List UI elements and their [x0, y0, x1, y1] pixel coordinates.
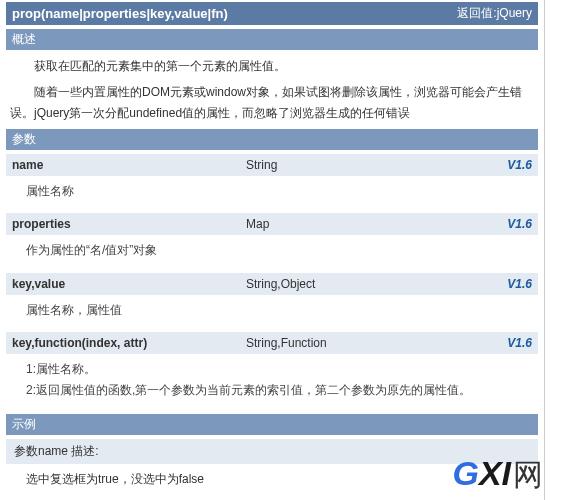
overview-body: 获取在匹配的元素集中的第一个元素的属性值。 随着一些内置属性的DOM元素或win… [6, 56, 538, 123]
params-container: nameStringV1.6属性名称propertiesMapV1.6作为属性的… [6, 154, 538, 410]
param-desc: 属性名称，属性值 [6, 295, 538, 330]
param-row: key,valueString,ObjectV1.6 [6, 273, 538, 295]
param-version: V1.6 [507, 217, 532, 231]
param-name: properties [12, 217, 246, 231]
method-signature: prop(name|properties|key,value|fn) [12, 6, 228, 21]
param-type: String [246, 158, 507, 172]
code-label: jQuery 代码: [6, 495, 538, 500]
param-version: V1.6 [507, 158, 532, 172]
param-desc: 作为属性的“名/值对”对象 [6, 235, 538, 270]
param-type: Map [246, 217, 507, 231]
param-name: name [12, 158, 246, 172]
param-row: key,function(index, attr)String,Function… [6, 332, 538, 354]
return-value: 返回值:jQuery [457, 5, 532, 22]
param-desc: 属性名称 [6, 176, 538, 211]
param-desc-line: 属性名称，属性值 [26, 301, 532, 320]
param-desc: 1:属性名称。2:返回属性值的函数,第一个参数为当前元素的索引值，第二个参数为原… [6, 354, 538, 410]
param-type: String,Object [246, 277, 507, 291]
overview-line: 随着一些内置属性的DOM元素或window对象，如果试图将删除该属性，浏览器可能… [10, 82, 534, 123]
param-name: key,value [12, 277, 246, 291]
param-name: key,function(index, attr) [12, 336, 246, 350]
param-desc-line: 2:返回属性值的函数,第一个参数为当前元素的索引值，第二个参数为原先的属性值。 [26, 381, 532, 400]
examples-container: 参数name 描述:选中复选框为true，没选中为falsejQuery 代码:… [6, 439, 538, 500]
param-type: String,Function [246, 336, 507, 350]
section-overview-head: 概述 [6, 29, 538, 50]
example-subhead: 参数name 描述: [6, 439, 538, 464]
section-examples-head: 示例 [6, 414, 538, 435]
param-desc-line: 1:属性名称。 [26, 360, 532, 379]
param-version: V1.6 [507, 277, 532, 291]
scroll-area[interactable]: prop(name|properties|key,value|fn) 返回值:j… [0, 0, 545, 500]
param-row: nameStringV1.6 [6, 154, 538, 176]
overview-line: 获取在匹配的元素集中的第一个元素的属性值。 [10, 56, 534, 76]
param-desc-line: 属性名称 [26, 182, 532, 201]
example-text: 选中复选框为true，没选中为false [6, 464, 538, 495]
section-params-head: 参数 [6, 129, 538, 150]
param-desc-line: 作为属性的“名/值对”对象 [26, 241, 532, 260]
param-row: propertiesMapV1.6 [6, 213, 538, 235]
param-version: V1.6 [507, 336, 532, 350]
doc-content: prop(name|properties|key,value|fn) 返回值:j… [0, 0, 544, 500]
signature-bar: prop(name|properties|key,value|fn) 返回值:j… [6, 2, 538, 25]
